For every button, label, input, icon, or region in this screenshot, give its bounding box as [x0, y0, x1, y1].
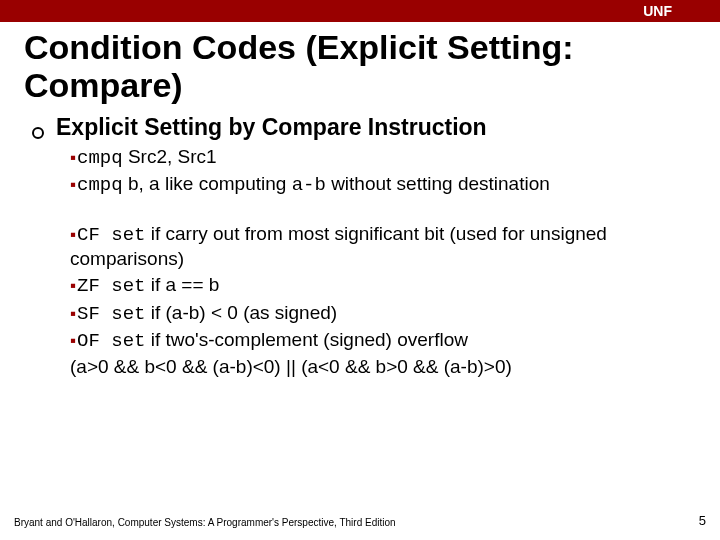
square-bullet-icon: ▪ — [70, 304, 76, 323]
square-bullet-icon: ▪ — [70, 331, 76, 350]
code-text: cmpq — [77, 147, 123, 169]
flag-name: OF set — [77, 330, 145, 352]
bullet-cf: ▪CF set if carry out from most significa… — [70, 222, 690, 272]
bullet-group-2: ▪CF set if carry out from most significa… — [70, 222, 690, 380]
bullet-sf: ▪SF set if (a-b) < 0 (as signed) — [70, 301, 690, 326]
flag-name: ZF set — [77, 275, 145, 297]
square-bullet-icon: ▪ — [70, 276, 76, 295]
slide-body: Explicit Setting by Compare Instruction … — [0, 114, 720, 380]
plain-text: without setting destination — [326, 173, 550, 194]
bullet-zf: ▪ZF set if a == b — [70, 273, 690, 298]
of-expression: (a>0 && b<0 && (a-b)<0) || (a<0 && b>0 &… — [70, 355, 690, 379]
plain-text: if two's-complement (signed) overflow — [145, 329, 468, 350]
bullet-cmpq-syntax: ▪cmpq Src2, Src1 — [70, 145, 690, 170]
plain-text: like computing — [160, 173, 292, 194]
square-bullet-icon: ▪ — [70, 225, 76, 244]
bullet-level1: Explicit Setting by Compare Instruction — [32, 114, 690, 141]
square-bullet-icon: ▪ — [70, 148, 76, 167]
plain-text: if a == b — [145, 274, 219, 295]
section-heading: Explicit Setting by Compare Instruction — [56, 114, 487, 141]
plain-text: b, a — [123, 173, 160, 194]
bullet-cmpq-desc: ▪cmpq b, a like computing a-b without se… — [70, 172, 690, 197]
code-text: a-b — [292, 174, 326, 196]
flag-name: SF set — [77, 303, 145, 325]
plain-text: if carry out from most significant bit (… — [70, 223, 607, 269]
bullet-of: ▪OF set if two's-complement (signed) ove… — [70, 328, 690, 353]
code-text: cmpq — [77, 174, 123, 196]
page-number: 5 — [699, 513, 706, 528]
plain-text: Src2, Src1 — [123, 146, 217, 167]
square-bullet-icon: ▪ — [70, 175, 76, 194]
circle-bullet-icon — [32, 127, 44, 139]
footer-citation: Bryant and O'Hallaron, Computer Systems:… — [14, 517, 396, 528]
plain-text: if (a-b) < 0 (as signed) — [145, 302, 337, 323]
flag-name: CF set — [77, 224, 145, 246]
top-bar: UNF — [0, 0, 720, 22]
bullet-group-1: ▪cmpq Src2, Src1 ▪cmpq b, a like computi… — [70, 145, 690, 198]
org-label: UNF — [643, 3, 672, 19]
slide-title: Condition Codes (Explicit Setting: Compa… — [0, 22, 720, 114]
